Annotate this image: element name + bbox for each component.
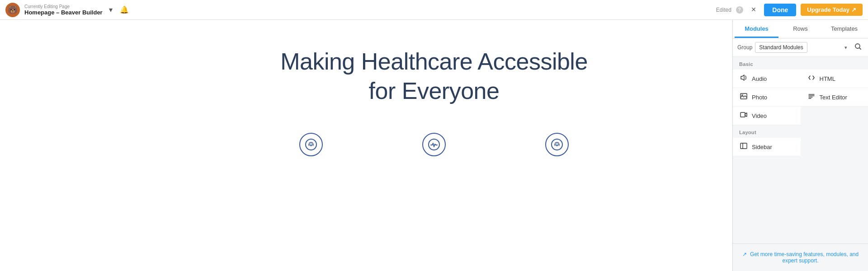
modules-scroll: Basic Audio HTML: [733, 57, 868, 243]
page-info: Currently Editing Page Homepage – Beaver…: [24, 4, 103, 16]
upgrade-icon: ↗: [851, 6, 856, 13]
photo-label: Photo: [752, 94, 767, 101]
html-icon: [807, 74, 816, 83]
notifications-button[interactable]: 🔔: [118, 4, 131, 16]
upgrade-link-text[interactable]: Get more time-saving features, modules, …: [750, 251, 859, 264]
tab-rows[interactable]: Rows: [778, 20, 822, 38]
icons-row: [299, 133, 569, 156]
audio-icon: [739, 74, 748, 83]
html-label: HTML: [820, 75, 835, 82]
module-sidebar[interactable]: Sidebar: [733, 138, 801, 156]
module-video[interactable]: Video: [733, 107, 801, 125]
video-label: Video: [752, 112, 767, 119]
section-layout-header: Layout: [733, 125, 868, 138]
panel-tabs: Modules Rows Templates: [733, 20, 868, 38]
brain-icon-right: [545, 133, 569, 156]
done-button[interactable]: Done: [764, 4, 796, 16]
group-select-wrap: Standard Modules: [755, 42, 850, 53]
group-label: Group: [737, 44, 752, 51]
heart-monitor-icon: [422, 133, 446, 156]
layout-modules-grid: Sidebar: [733, 138, 868, 156]
currently-editing-label: Currently Editing Page: [24, 4, 103, 9]
search-button[interactable]: [853, 42, 863, 53]
module-text-editor[interactable]: Text Editor: [801, 88, 868, 107]
topbar-left: 🐻 Currently Editing Page Homepage – Beav…: [5, 3, 131, 17]
right-panel: Modules Rows Templates Group Standard Mo…: [732, 20, 868, 271]
photo-icon: [739, 93, 748, 102]
upgrade-ext-icon: ↗: [742, 251, 747, 257]
beaver-logo: 🐻: [5, 3, 20, 17]
module-html[interactable]: HTML: [801, 70, 868, 88]
svg-point-1: [429, 139, 439, 150]
audio-label: Audio: [752, 75, 767, 82]
upgrade-label: Upgrade Today: [807, 6, 849, 13]
text-editor-label: Text Editor: [820, 94, 847, 101]
tab-modules[interactable]: Modules: [735, 20, 778, 38]
group-row: Group Standard Modules: [733, 38, 868, 57]
help-icon[interactable]: ?: [736, 6, 743, 14]
topbar-right: Edited ? × Done Upgrade Today ↗: [716, 3, 863, 16]
group-select[interactable]: Standard Modules: [755, 42, 807, 53]
close-button[interactable]: ×: [748, 3, 760, 16]
upgrade-button[interactable]: Upgrade Today ↗: [801, 4, 863, 16]
edited-label: Edited: [716, 7, 731, 13]
section-basic-header: Basic: [733, 57, 868, 70]
sidebar-icon: [739, 142, 748, 151]
text-editor-icon: [807, 93, 816, 102]
svg-rect-6: [741, 112, 745, 117]
brain-icon-left: [299, 133, 323, 156]
sidebar-label: Sidebar: [752, 144, 772, 150]
tab-templates[interactable]: Templates: [822, 20, 866, 38]
hero-text: Making Healthcare Accessible for Everyon…: [276, 47, 592, 106]
page-name: Homepage – Beaver Builder: [24, 9, 103, 16]
video-icon: [739, 111, 748, 120]
page-dropdown-button[interactable]: ▾: [107, 4, 114, 16]
upgrade-link-section: ↗ Get more time-saving features, modules…: [733, 243, 868, 271]
topbar-controls: ▾ 🔔: [107, 4, 131, 16]
module-photo[interactable]: Photo: [733, 88, 801, 107]
svg-rect-7: [741, 143, 747, 149]
topbar: 🐻 Currently Editing Page Homepage – Beav…: [0, 0, 868, 20]
basic-modules-grid: Audio HTML: [733, 70, 868, 125]
module-audio[interactable]: Audio: [733, 70, 801, 88]
